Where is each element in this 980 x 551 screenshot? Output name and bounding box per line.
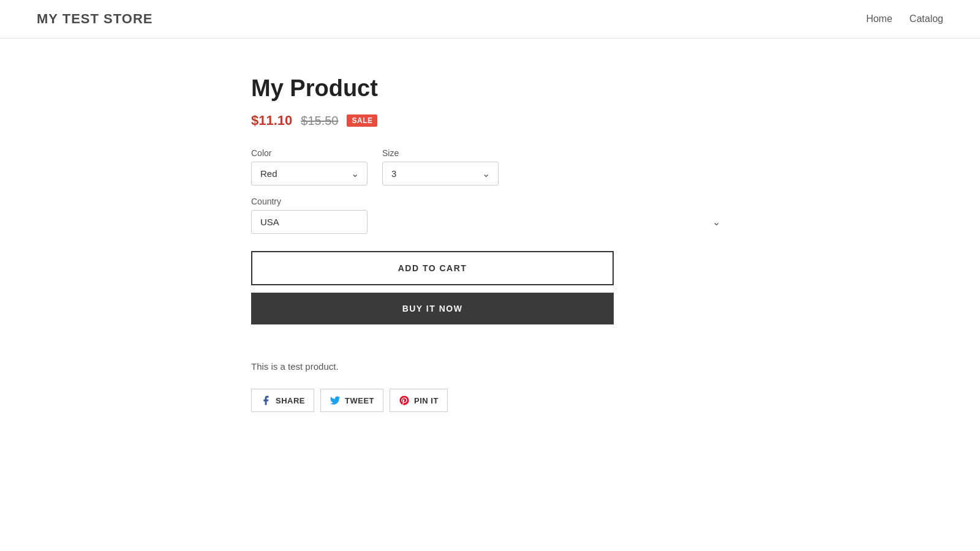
country-select[interactable]: USA Canada UK Australia bbox=[251, 210, 368, 234]
main-nav: Home Catalog bbox=[866, 13, 943, 24]
size-select[interactable]: 1 2 3 4 5 bbox=[382, 162, 499, 186]
size-option-group: Size 1 2 3 4 5 bbox=[382, 148, 499, 186]
product-title: My Product bbox=[251, 75, 729, 102]
color-select[interactable]: Red Blue Green bbox=[251, 162, 368, 186]
social-share: SHARE TWEET PIN IT bbox=[251, 389, 729, 412]
country-label: Country bbox=[251, 197, 729, 206]
facebook-share-label: SHARE bbox=[276, 396, 305, 405]
facebook-icon bbox=[260, 395, 271, 406]
facebook-share-button[interactable]: SHARE bbox=[251, 389, 314, 412]
sale-badge: SALE bbox=[347, 114, 377, 127]
twitter-tweet-button[interactable]: TWEET bbox=[320, 389, 383, 412]
store-title: MY TEST STORE bbox=[37, 11, 153, 27]
original-price: $15.50 bbox=[301, 114, 338, 128]
price-row: $11.10 $15.50 SALE bbox=[251, 113, 729, 129]
size-select-wrapper: 1 2 3 4 5 bbox=[382, 162, 499, 186]
color-option-group: Color Red Blue Green bbox=[251, 148, 368, 186]
header: MY TEST STORE Home Catalog bbox=[0, 0, 980, 39]
country-select-wrapper: USA Canada UK Australia bbox=[251, 210, 729, 234]
pinterest-icon bbox=[399, 395, 410, 406]
add-to-cart-button[interactable]: ADD TO CART bbox=[251, 251, 614, 285]
twitter-tweet-label: TWEET bbox=[345, 396, 374, 405]
options-section: Color Red Blue Green Size 1 2 3 bbox=[251, 148, 729, 234]
buy-it-now-button[interactable]: BUY IT NOW bbox=[251, 293, 614, 324]
nav-catalog[interactable]: Catalog bbox=[910, 13, 943, 24]
country-option-group: Country USA Canada UK Australia bbox=[251, 197, 729, 234]
options-row-top: Color Red Blue Green Size 1 2 3 bbox=[251, 148, 729, 186]
pinterest-pin-label: PIN IT bbox=[414, 396, 439, 405]
pinterest-pin-button[interactable]: PIN IT bbox=[390, 389, 448, 412]
main-content: My Product $11.10 $15.50 SALE Color Red … bbox=[214, 75, 766, 412]
color-label: Color bbox=[251, 148, 368, 158]
sale-price: $11.10 bbox=[251, 113, 292, 129]
color-select-wrapper: Red Blue Green bbox=[251, 162, 368, 186]
twitter-icon bbox=[330, 395, 341, 406]
size-label: Size bbox=[382, 148, 499, 158]
product-description: This is a test product. bbox=[251, 361, 729, 372]
nav-home[interactable]: Home bbox=[866, 13, 892, 24]
